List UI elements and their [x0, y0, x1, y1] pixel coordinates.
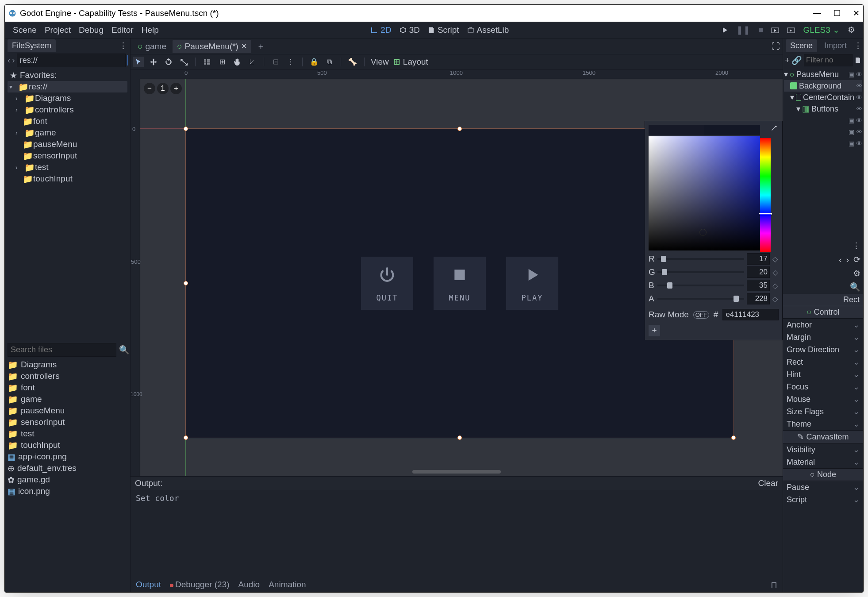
scene-tab-game[interactable]: ○game: [133, 40, 171, 53]
clear-button[interactable]: Clear: [758, 478, 778, 488]
zoom-in-button[interactable]: +: [170, 83, 182, 94]
bone-tool[interactable]: 🦴: [347, 57, 358, 67]
node-centercontainer[interactable]: ▾CenterContain👁: [784, 92, 862, 103]
tab-debugger[interactable]: Debugger (23): [170, 580, 230, 589]
a-slider[interactable]: [657, 298, 744, 300]
folder-diagrams[interactable]: ›📁Diagrams: [8, 92, 127, 104]
file-item[interactable]: 📁game: [8, 393, 127, 405]
node-pausemenu[interactable]: ▾○PauseMenu▣👁: [784, 69, 862, 80]
add-node-button[interactable]: +: [785, 55, 790, 65]
file-item[interactable]: ✿game.gd: [8, 474, 127, 485]
game-play-button[interactable]: PLAY: [506, 257, 558, 310]
node-child[interactable]: ▣👁: [784, 115, 862, 126]
dock-menu-icon[interactable]: ⋮: [852, 241, 860, 251]
scene-tab-pausemenu[interactable]: ○PauseMenu(*)✕: [173, 40, 251, 53]
node-child[interactable]: ▣👁: [784, 126, 862, 138]
search-files-input[interactable]: [8, 343, 116, 357]
tab-output[interactable]: Output: [136, 580, 161, 589]
ruler-tool[interactable]: ⟀: [247, 57, 257, 67]
play-scene-button[interactable]: [771, 27, 779, 34]
select-tool[interactable]: [133, 57, 144, 67]
forward-button[interactable]: ›: [12, 55, 15, 65]
file-item[interactable]: 📁pauseMenu: [8, 405, 127, 416]
prop-grow[interactable]: Grow Direction⌄: [783, 343, 863, 356]
tab-audio[interactable]: Audio: [238, 580, 260, 589]
layout-menu[interactable]: ⊞Layout: [393, 57, 428, 67]
close-button[interactable]: ✕: [853, 8, 860, 18]
game-menu-button[interactable]: MENU: [434, 257, 486, 310]
prop-margin[interactable]: Margin⌄: [783, 331, 863, 343]
maximize-button[interactable]: ☐: [833, 8, 841, 18]
file-item[interactable]: ▦app-icon.png: [8, 451, 127, 462]
menu-help[interactable]: Help: [142, 25, 159, 35]
node-background[interactable]: Background👁: [784, 80, 862, 92]
b-value[interactable]: 35: [747, 280, 770, 291]
stop-button[interactable]: ■: [758, 25, 763, 35]
inspector-tools-icon[interactable]: ⚙: [853, 268, 860, 278]
folder-sensorinput[interactable]: 📁sensorInput: [8, 150, 127, 162]
file-item[interactable]: 📁touchInput: [8, 439, 127, 451]
raw-mode-toggle[interactable]: OFF: [693, 311, 709, 319]
settings-icon[interactable]: ⚙: [848, 25, 855, 35]
pause-button[interactable]: ❚❚: [736, 25, 750, 35]
prop-anchor[interactable]: Anchor⌄: [783, 319, 863, 331]
rotate-tool[interactable]: [163, 57, 174, 67]
menu-project[interactable]: Project: [45, 25, 71, 35]
new-tab-button[interactable]: ＋: [253, 41, 269, 52]
hue-slider[interactable]: [760, 138, 771, 252]
saturation-value-picker[interactable]: [649, 136, 760, 250]
snap-tool[interactable]: ⊞: [217, 57, 227, 67]
workspace-assetlib[interactable]: AssetLib: [467, 25, 509, 35]
inspector-fwd[interactable]: ›: [846, 255, 849, 265]
path-input[interactable]: [17, 54, 126, 67]
prop-hint[interactable]: Hint⌄: [783, 368, 863, 381]
back-button[interactable]: ‹: [8, 55, 10, 65]
file-item[interactable]: 📁test: [8, 428, 127, 439]
renderer-dropdown[interactable]: GLES3 ⌄: [803, 25, 840, 35]
prop-theme[interactable]: Theme⌄: [783, 418, 863, 430]
inspector-search-icon[interactable]: 🔍: [850, 282, 860, 292]
scale-tool[interactable]: [178, 57, 189, 67]
scene-dock-tab[interactable]: Scene: [786, 39, 817, 52]
prop-focus[interactable]: Focus⌄: [783, 381, 863, 393]
link-node-button[interactable]: 🔗: [791, 55, 802, 65]
attach-script-icon[interactable]: [854, 57, 861, 64]
pan-tool[interactable]: [232, 57, 242, 67]
prop-visibility[interactable]: Visibility⌄: [783, 443, 863, 456]
folder-game[interactable]: ›📁game: [8, 127, 127, 139]
prop-mouse[interactable]: Mouse⌄: [783, 393, 863, 405]
prop-pause[interactable]: Pause⌄: [783, 481, 863, 493]
play-custom-button[interactable]: [787, 27, 795, 34]
b-slider[interactable]: [657, 285, 744, 286]
zoom-out-button[interactable]: −: [144, 83, 155, 94]
prop-rect-top[interactable]: Rect: [783, 294, 863, 306]
prop-rect[interactable]: Rect⌄: [783, 356, 863, 368]
dock-menu-icon[interactable]: ⋮: [854, 41, 862, 51]
bottom-panel-icon[interactable]: ⊓: [771, 580, 777, 590]
menu-scene[interactable]: Scene: [13, 25, 37, 35]
menu-debug[interactable]: Debug: [79, 25, 104, 35]
file-item[interactable]: ▦icon.png: [8, 485, 127, 497]
view-menu[interactable]: View: [371, 57, 389, 67]
distraction-free-icon[interactable]: ⛶: [772, 42, 780, 51]
prop-sizeflags[interactable]: Size Flags⌄: [783, 405, 863, 418]
file-item[interactable]: 📁font: [8, 382, 127, 393]
hex-input[interactable]: e4111423: [722, 309, 779, 320]
inspector-history[interactable]: ⟳: [853, 254, 860, 265]
workspace-script[interactable]: Script: [428, 25, 459, 35]
r-slider[interactable]: [657, 258, 744, 260]
file-item[interactable]: ⊕default_env.tres: [8, 462, 127, 474]
file-item[interactable]: 📁sensorInput: [8, 416, 127, 428]
folder-root[interactable]: ▾📁res://: [8, 81, 127, 92]
dock-menu-icon[interactable]: ⋮: [119, 41, 127, 51]
snap-options[interactable]: ⋮: [285, 57, 296, 67]
a-value[interactable]: 228: [747, 293, 770, 304]
menu-editor[interactable]: Editor: [111, 25, 134, 35]
horizontal-scrollbar[interactable]: [412, 470, 501, 474]
g-value[interactable]: 20: [747, 266, 770, 278]
folder-font[interactable]: 📁font: [8, 116, 127, 127]
move-tool[interactable]: [148, 57, 159, 67]
filesystem-tab[interactable]: FileSystem: [8, 39, 56, 52]
import-dock-tab[interactable]: Import: [820, 39, 851, 52]
search-icon[interactable]: 🔍: [119, 345, 130, 355]
